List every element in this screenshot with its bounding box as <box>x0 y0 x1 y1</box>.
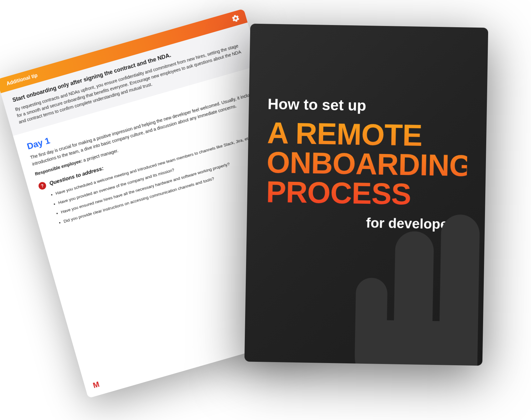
question-mark-icon: ? <box>38 181 47 191</box>
gear-icon <box>231 13 241 23</box>
cover-surface: How to set up A REMOTE ONBOARDING PROCES… <box>245 23 488 366</box>
logo-m-icon: M <box>92 380 101 390</box>
cover-line1: How to set up <box>268 96 468 116</box>
cover-page: How to set up A REMOTE ONBOARDING PROCES… <box>245 23 488 366</box>
hand-rock-icon <box>319 188 488 366</box>
